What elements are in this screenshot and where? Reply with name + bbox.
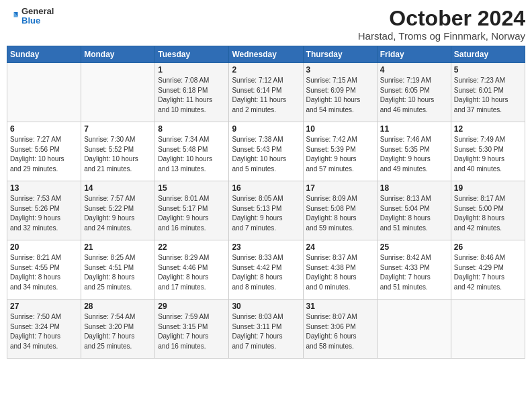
logo-text: General Blue [21,7,54,26]
day-info: Sunrise: 7:19 AM Sunset: 6:05 PM Dayligh… [380,76,448,115]
day-number: 13 [10,183,78,193]
title-block: October 2024 Harstad, Troms og Finnmark,… [358,7,525,42]
day-number: 31 [306,302,374,311]
calendar-cell: 1Sunrise: 7:08 AM Sunset: 6:18 PM Daylig… [155,63,229,122]
day-number: 27 [10,302,78,311]
day-number: 22 [158,242,226,252]
calendar-cell: 18Sunrise: 8:13 AM Sunset: 5:04 PM Dayli… [377,181,451,240]
day-info: Sunrise: 8:25 AM Sunset: 4:51 PM Dayligh… [84,253,152,292]
calendar-cell [7,63,81,122]
calendar-week-row: 27Sunrise: 7:50 AM Sunset: 3:24 PM Dayli… [7,300,525,359]
day-info: Sunrise: 8:05 AM Sunset: 5:13 PM Dayligh… [232,194,300,233]
day-info: Sunrise: 7:50 AM Sunset: 3:24 PM Dayligh… [10,312,78,351]
day-number: 20 [10,242,78,252]
weekday-header: Monday [81,46,155,63]
page-subtitle: Harstad, Troms og Finnmark, Norway [358,30,525,42]
calendar-cell: 9Sunrise: 7:38 AM Sunset: 5:43 PM Daylig… [229,122,303,181]
day-info: Sunrise: 8:33 AM Sunset: 4:42 PM Dayligh… [232,253,300,292]
day-info: Sunrise: 7:38 AM Sunset: 5:43 PM Dayligh… [232,135,300,174]
day-number: 6 [10,124,78,134]
day-number: 29 [158,302,226,311]
day-info: Sunrise: 8:21 AM Sunset: 4:55 PM Dayligh… [10,253,78,292]
day-info: Sunrise: 7:34 AM Sunset: 5:48 PM Dayligh… [158,135,226,174]
calendar-cell: 21Sunrise: 8:25 AM Sunset: 4:51 PM Dayli… [81,240,155,300]
day-info: Sunrise: 7:49 AM Sunset: 5:30 PM Dayligh… [454,135,522,174]
day-info: Sunrise: 7:59 AM Sunset: 3:15 PM Dayligh… [158,312,226,351]
day-info: Sunrise: 8:01 AM Sunset: 5:17 PM Dayligh… [158,194,226,233]
day-number: 12 [454,124,522,134]
day-info: Sunrise: 7:30 AM Sunset: 5:52 PM Dayligh… [84,135,152,174]
day-info: Sunrise: 7:08 AM Sunset: 6:18 PM Dayligh… [158,76,226,115]
day-info: Sunrise: 7:12 AM Sunset: 6:14 PM Dayligh… [232,76,300,115]
day-number: 25 [380,242,448,252]
calendar-week-row: 13Sunrise: 7:53 AM Sunset: 5:26 PM Dayli… [7,181,525,240]
day-info: Sunrise: 7:57 AM Sunset: 5:22 PM Dayligh… [84,194,152,233]
day-info: Sunrise: 8:29 AM Sunset: 4:46 PM Dayligh… [158,253,226,292]
day-number: 9 [232,124,300,134]
calendar-cell [377,300,451,359]
day-number: 14 [84,183,152,193]
calendar-table: SundayMondayTuesdayWednesdayThursdayFrid… [7,46,525,359]
day-number: 10 [306,124,374,134]
day-number: 5 [454,65,522,75]
calendar-cell: 2Sunrise: 7:12 AM Sunset: 6:14 PM Daylig… [229,63,303,122]
logo: General Blue [7,7,54,26]
day-number: 8 [158,124,226,134]
calendar-cell: 15Sunrise: 8:01 AM Sunset: 5:17 PM Dayli… [155,181,229,240]
calendar-cell: 19Sunrise: 8:17 AM Sunset: 5:00 PM Dayli… [451,181,525,240]
day-number: 16 [232,183,300,193]
calendar-cell: 7Sunrise: 7:30 AM Sunset: 5:52 PM Daylig… [81,122,155,181]
calendar-cell: 8Sunrise: 7:34 AM Sunset: 5:48 PM Daylig… [155,122,229,181]
day-info: Sunrise: 8:03 AM Sunset: 3:11 PM Dayligh… [232,312,300,351]
day-info: Sunrise: 7:15 AM Sunset: 6:09 PM Dayligh… [306,76,374,115]
calendar-cell: 24Sunrise: 8:37 AM Sunset: 4:38 PM Dayli… [303,240,377,300]
calendar-cell [81,63,155,122]
day-number: 24 [306,242,374,252]
calendar-cell: 3Sunrise: 7:15 AM Sunset: 6:09 PM Daylig… [303,63,377,122]
day-number: 7 [84,124,152,134]
calendar-cell: 12Sunrise: 7:49 AM Sunset: 5:30 PM Dayli… [451,122,525,181]
day-number: 21 [84,242,152,252]
calendar-cell: 31Sunrise: 8:07 AM Sunset: 3:06 PM Dayli… [303,300,377,359]
day-info: Sunrise: 7:53 AM Sunset: 5:26 PM Dayligh… [10,194,78,233]
calendar-cell: 29Sunrise: 7:59 AM Sunset: 3:15 PM Dayli… [155,300,229,359]
calendar-cell: 4Sunrise: 7:19 AM Sunset: 6:05 PM Daylig… [377,63,451,122]
calendar-week-row: 1Sunrise: 7:08 AM Sunset: 6:18 PM Daylig… [7,63,525,122]
day-number: 4 [380,65,448,75]
day-info: Sunrise: 7:23 AM Sunset: 6:01 PM Dayligh… [454,76,522,115]
calendar-cell: 13Sunrise: 7:53 AM Sunset: 5:26 PM Dayli… [7,181,81,240]
calendar-cell: 22Sunrise: 8:29 AM Sunset: 4:46 PM Dayli… [155,240,229,300]
day-info: Sunrise: 7:42 AM Sunset: 5:39 PM Dayligh… [306,135,374,174]
day-number: 2 [232,65,300,75]
day-number: 17 [306,183,374,193]
day-number: 23 [232,242,300,252]
weekday-header: Thursday [303,46,377,63]
calendar-cell: 17Sunrise: 8:09 AM Sunset: 5:08 PM Dayli… [303,181,377,240]
calendar-week-row: 20Sunrise: 8:21 AM Sunset: 4:55 PM Dayli… [7,240,525,300]
calendar-cell: 30Sunrise: 8:03 AM Sunset: 3:11 PM Dayli… [229,300,303,359]
calendar-cell: 20Sunrise: 8:21 AM Sunset: 4:55 PM Dayli… [7,240,81,300]
day-info: Sunrise: 8:09 AM Sunset: 5:08 PM Dayligh… [306,194,374,233]
day-number: 1 [158,65,226,75]
day-info: Sunrise: 7:46 AM Sunset: 5:35 PM Dayligh… [380,135,448,174]
weekday-header: Sunday [7,46,81,63]
day-info: Sunrise: 8:46 AM Sunset: 4:29 PM Dayligh… [454,253,522,292]
weekday-header: Wednesday [229,46,303,63]
day-number: 30 [232,302,300,311]
day-info: Sunrise: 7:54 AM Sunset: 3:20 PM Dayligh… [84,312,152,351]
calendar-cell: 6Sunrise: 7:27 AM Sunset: 5:56 PM Daylig… [7,122,81,181]
day-number: 28 [84,302,152,311]
calendar-cell: 27Sunrise: 7:50 AM Sunset: 3:24 PM Dayli… [7,300,81,359]
weekday-header: Tuesday [155,46,229,63]
calendar-cell: 23Sunrise: 8:33 AM Sunset: 4:42 PM Dayli… [229,240,303,300]
day-number: 19 [454,183,522,193]
calendar-cell: 10Sunrise: 7:42 AM Sunset: 5:39 PM Dayli… [303,122,377,181]
calendar-week-row: 6Sunrise: 7:27 AM Sunset: 5:56 PM Daylig… [7,122,525,181]
day-info: Sunrise: 7:27 AM Sunset: 5:56 PM Dayligh… [10,135,78,174]
weekday-header: Friday [377,46,451,63]
day-info: Sunrise: 8:37 AM Sunset: 4:38 PM Dayligh… [306,253,374,292]
calendar-cell: 5Sunrise: 7:23 AM Sunset: 6:01 PM Daylig… [451,63,525,122]
day-number: 26 [454,242,522,252]
calendar-cell: 26Sunrise: 8:46 AM Sunset: 4:29 PM Dayli… [451,240,525,300]
calendar-cell: 11Sunrise: 7:46 AM Sunset: 5:35 PM Dayli… [377,122,451,181]
